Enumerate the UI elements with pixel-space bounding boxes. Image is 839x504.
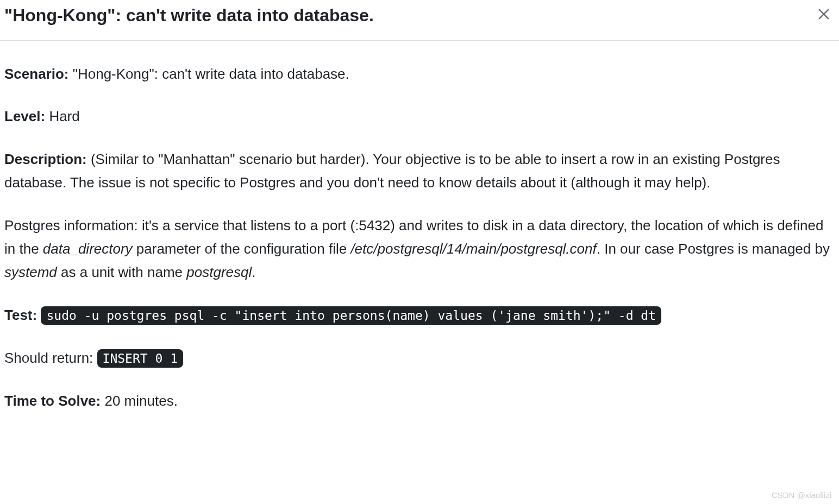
modal-content: Scenario: "Hong-Kong": can't write data … <box>0 41 839 413</box>
test-label: Test: <box>4 307 37 323</box>
scenario-label: Scenario: <box>4 66 69 82</box>
time-to-solve-value: 20 minutes. <box>101 393 178 409</box>
close-button[interactable] <box>814 4 834 24</box>
postgresql-unit: postgresql <box>186 264 252 280</box>
scenario-value: "Hong-Kong": can't write data into datab… <box>69 66 349 82</box>
level-line: Level: Hard <box>4 105 834 128</box>
postgres-info-text-4: as a unit with name <box>57 264 186 280</box>
time-to-solve-label: Time to Solve: <box>4 393 101 409</box>
return-code: INSERT 0 1 <box>97 349 183 368</box>
modal-header: "Hong-Kong": can't write data into datab… <box>0 0 839 41</box>
level-label: Level: <box>4 108 45 124</box>
test-code: sudo -u postgres psql -c "insert into pe… <box>41 306 661 325</box>
data-directory-param: data_directory <box>43 241 133 257</box>
postgres-info-line: Postgres information: it's a service tha… <box>4 214 834 284</box>
watermark: CSDN @xiaoliizi <box>772 490 831 500</box>
description-label: Description: <box>4 151 87 167</box>
scenario-line: Scenario: "Hong-Kong": can't write data … <box>4 62 834 86</box>
conf-path: /etc/postgresql/14/main/postgresql.conf <box>350 241 596 257</box>
description-line: Description: (Similar to "Manhattan" sce… <box>4 148 834 194</box>
should-return-label: Should return: <box>4 350 93 366</box>
systemd-name: systemd <box>4 264 57 280</box>
modal-title: "Hong-Kong": can't write data into datab… <box>4 4 374 27</box>
close-icon <box>816 7 831 22</box>
time-to-solve-line: Time to Solve: 20 minutes. <box>4 389 834 413</box>
postgres-info-text-5: . <box>252 264 255 280</box>
postgres-info-text-3: . In our case Postgres is managed by <box>597 241 830 257</box>
level-value: Hard <box>45 108 80 124</box>
postgres-info-text-2: parameter of the configuration file <box>133 241 351 257</box>
should-return-line: Should return: INSERT 0 1 <box>4 346 834 370</box>
description-value: (Similar to "Manhattan" scenario but har… <box>4 151 780 191</box>
test-line: Test: sudo -u postgres psql -c "insert i… <box>4 304 834 327</box>
